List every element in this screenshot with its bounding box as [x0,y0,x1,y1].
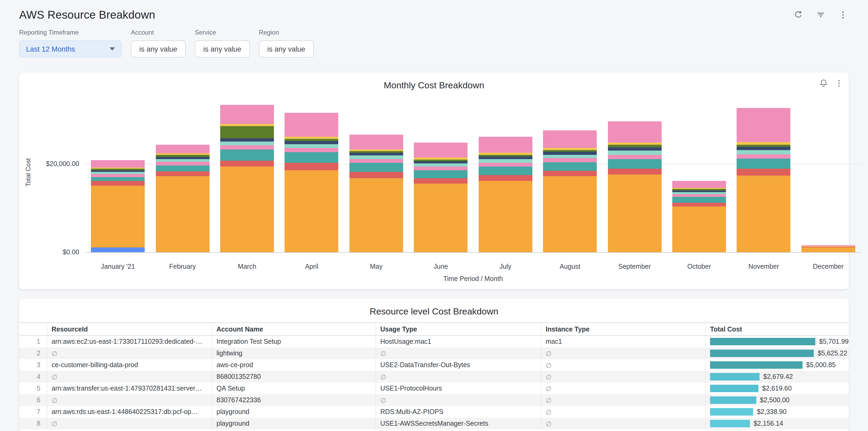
bar-segment-mint[interactable] [737,150,790,154]
bar-segment-navy[interactable] [737,147,790,150]
bar-segment-red[interactable] [156,171,209,176]
bar-segment-pink-mid[interactable] [414,166,468,170]
bar-segment-navy[interactable] [91,170,145,172]
bar-segment-yellow[interactable] [349,149,403,151]
bar-segment-pink-mid[interactable] [285,148,339,152]
bar-segment-pink-mid[interactable] [220,145,274,149]
timeframe-select[interactable]: Last 12 Months [19,40,122,58]
table-row[interactable]: 3ce-customer-billing-data-prodaws-ce-pro… [19,359,849,371]
bar-segment-red[interactable] [672,203,726,206]
bar-segment-teal[interactable] [220,149,274,161]
bar-segment-navy[interactable] [543,152,597,155]
bar-segment-blue[interactable] [91,247,145,252]
bar-segment-olive[interactable] [220,126,274,138]
bar-segment-mint[interactable] [672,192,726,194]
bar-segment-red[interactable] [285,163,339,170]
bar-segment-pink-mid[interactable] [737,154,790,159]
bar-segment-yellow[interactable] [156,153,209,155]
bar-segment-pink[interactable] [608,121,661,143]
bar-segment-red[interactable] [478,175,532,181]
table-row[interactable]: 1arn:aws:ec2:us-east-1:733017110293:dedi… [19,336,849,347]
bar-segment-navy[interactable] [478,156,532,159]
alerts-button[interactable] [819,79,828,88]
bar-segment-navy[interactable] [608,147,661,151]
bar-segment-mint[interactable] [608,151,661,155]
bar-segment-red[interactable] [737,169,790,175]
bar-segment-yellow[interactable] [285,136,339,138]
bar-segment-pink-mid[interactable] [349,159,403,163]
bar-segment-yellow[interactable] [608,143,661,145]
bar-segment-teal[interactable] [608,159,661,169]
bar-segment-pink[interactable] [349,135,403,150]
region-filter-button[interactable]: is any value [259,40,314,58]
bar-segment-teal[interactable] [672,197,726,203]
bar-segment-mint[interactable] [156,159,209,162]
bar-segment-pink[interactable] [220,105,274,124]
bar-segment-navy[interactable] [156,157,209,159]
stacked-bar[interactable] [543,130,597,252]
bar-segment-amber[interactable] [543,176,597,252]
bar-segment-mint[interactable] [220,141,274,145]
bar-segment-pink[interactable] [672,181,726,188]
column-header[interactable]: ResourceId [47,323,212,335]
table-row[interactable]: 5arn:aws:transfer:us-east-1:479370281431… [19,382,849,394]
bar-segment-teal[interactable] [349,163,403,172]
table-row[interactable]: 4∅868001352780∅∅$2,679.42 [19,371,849,382]
stacked-bar[interactable] [220,105,274,252]
bar-segment-amber[interactable] [802,247,855,252]
bar-segment-mint[interactable] [543,155,597,158]
bar-segment-navy[interactable] [285,141,339,144]
bar-segment-pink-mid[interactable] [543,158,597,162]
bar-segment-pink[interactable] [543,130,597,148]
bar-segment-pink[interactable] [414,143,468,157]
bar-segment-red[interactable] [543,171,597,176]
bar-segment-mint[interactable] [91,172,145,174]
bar-segment-mint[interactable] [285,144,339,148]
bar-segment-red[interactable] [608,169,661,175]
bar-segment-olive[interactable] [543,150,597,152]
stacked-bar[interactable] [478,137,532,252]
column-header[interactable]: Instance Type [541,323,705,335]
bar-segment-teal[interactable] [414,170,468,178]
bar-segment-yellow[interactable] [414,158,468,160]
bar-segment-pink[interactable] [285,113,339,137]
bar-segment-pink-mid[interactable] [156,162,209,165]
bar-segment-pink[interactable] [156,145,209,154]
bar-segment-olive[interactable] [737,145,790,147]
bar-segment-amber[interactable] [414,183,468,252]
bar-segment-amber[interactable] [285,170,339,252]
bar-segment-yellow[interactable] [220,124,274,126]
bar-segment-amber[interactable] [672,206,726,252]
bar-segment-teal[interactable] [91,177,145,181]
bar-segment-olive[interactable] [156,155,209,157]
stacked-bar[interactable] [349,135,403,252]
bar-segment-amber[interactable] [220,166,274,252]
bar-segment-pink[interactable] [737,108,790,142]
bar-segment-red[interactable] [349,172,403,178]
service-filter-button[interactable]: is any value [195,40,250,58]
bar-segment-olive[interactable] [608,145,661,147]
bar-segment-red[interactable] [91,181,145,186]
bar-segment-mint[interactable] [478,159,532,162]
stacked-bar[interactable] [414,143,468,252]
bar-segment-amber[interactable] [608,175,661,252]
bar-segment-yellow[interactable] [737,142,790,145]
table-row[interactable]: 7arn:aws:rds:us-east-1:448640225317:db:p… [19,406,849,418]
bar-segment-amber[interactable] [349,178,403,252]
chart-more-button[interactable] [835,79,843,88]
filter-button[interactable] [816,10,826,20]
bar-segment-pink-mid[interactable] [91,174,145,177]
bar-segment-pink[interactable] [91,160,145,167]
bar-segment-navy[interactable] [220,138,274,142]
bar-segment-teal[interactable] [737,159,790,169]
refresh-button[interactable] [794,10,803,20]
column-header[interactable]: Account Name [212,323,375,335]
bar-segment-amber[interactable] [156,176,209,252]
stacked-bar[interactable] [156,145,209,252]
bar-segment-teal[interactable] [543,162,597,171]
bar-segment-pink-mid[interactable] [672,194,726,197]
bar-segment-olive[interactable] [285,139,339,141]
account-filter-button[interactable]: is any value [131,40,186,58]
bar-segment-teal[interactable] [156,165,209,171]
bar-segment-yellow[interactable] [543,148,597,150]
